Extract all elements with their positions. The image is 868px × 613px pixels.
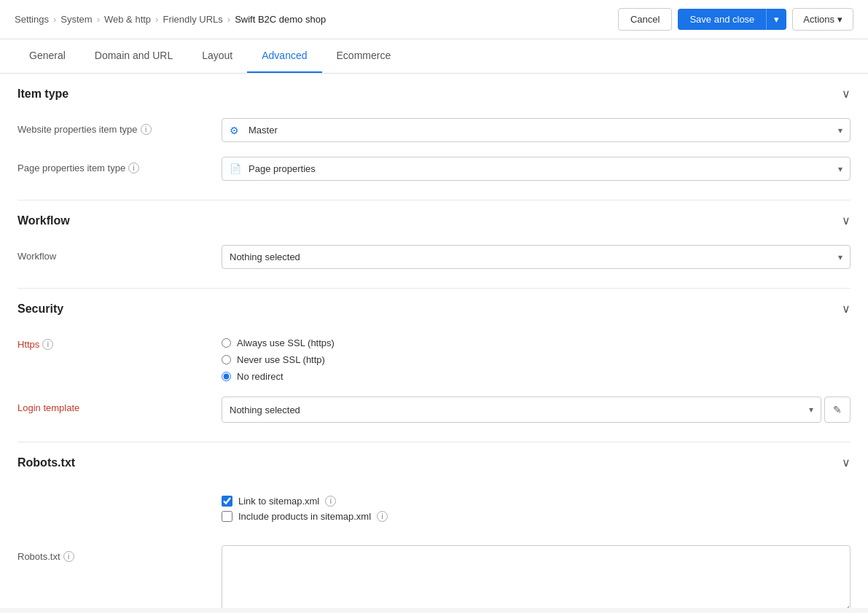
- robots-checkboxes-spacer: [17, 487, 207, 493]
- checkboxes-group: Link to sitemap.xml i Include products i…: [222, 487, 851, 531]
- robots-textarea-label: Robots.txt i: [17, 545, 207, 562]
- workflow-label: Workflow: [17, 245, 207, 262]
- tab-advanced[interactable]: Advanced: [247, 39, 321, 73]
- https-radio-group: Always use SSL (https) Never use SSL (ht…: [222, 333, 851, 382]
- breadcrumb-system[interactable]: System: [60, 14, 92, 25]
- robots-textarea-info-icon[interactable]: i: [63, 551, 74, 562]
- breadcrumb-friendly-urls[interactable]: Friendly URLs: [163, 14, 222, 25]
- radio-no-redirect-input[interactable]: [222, 372, 231, 381]
- actions-button[interactable]: Actions ▾: [792, 8, 853, 31]
- radio-always-ssl[interactable]: Always use SSL (https): [222, 337, 851, 348]
- form-row-page-props: Page properties item type i 📄 Page prope…: [17, 149, 851, 188]
- link-sitemap-info-icon[interactable]: i: [325, 496, 336, 507]
- breadcrumb-web-http[interactable]: Web & http: [104, 14, 151, 25]
- radio-never-ssl-input[interactable]: [222, 355, 231, 364]
- website-props-info-icon[interactable]: i: [141, 124, 152, 135]
- robots-textarea-control: disallow: *: [222, 545, 851, 608]
- page-props-select[interactable]: Page properties: [222, 157, 850, 180]
- edit-icon: ✎: [833, 404, 842, 415]
- login-template-edit-button[interactable]: ✎: [824, 397, 851, 423]
- radio-always-ssl-input[interactable]: [222, 338, 231, 348]
- radio-no-redirect[interactable]: No redirect: [222, 371, 851, 382]
- form-row-workflow: Workflow Nothing selected ▾: [17, 238, 851, 276]
- breadcrumb-sep-3: ›: [155, 14, 158, 25]
- section-workflow: Workflow ∨ Workflow Nothing selected ▾: [17, 200, 851, 289]
- section-workflow-body: Workflow Nothing selected ▾: [17, 238, 851, 288]
- cancel-button[interactable]: Cancel: [618, 8, 672, 31]
- website-props-label: Website properties item type i: [17, 118, 207, 135]
- form-row-robots-checkboxes: Link to sitemap.xml i Include products i…: [17, 480, 851, 538]
- radio-never-ssl-label: Never use SSL (http): [237, 354, 325, 365]
- workflow-control: Nothing selected ▾: [222, 245, 851, 269]
- radio-never-ssl[interactable]: Never use SSL (http): [222, 354, 851, 365]
- robots-textarea[interactable]: [222, 545, 851, 608]
- include-products-info-icon[interactable]: i: [377, 511, 388, 522]
- save-close-button-group: Save and close ▾: [678, 9, 786, 30]
- breadcrumb-sep-1: ›: [53, 14, 56, 25]
- login-template-select-wrapper: Nothing selected ▾: [222, 397, 821, 423]
- save-close-button[interactable]: Save and close: [678, 9, 766, 30]
- tab-domain-url[interactable]: Domain and URL: [80, 39, 187, 73]
- section-security: Security ∨ Https i Always use SSL (https…: [17, 289, 851, 442]
- section-robots: Robots.txt ∨ Link to sitemap.xml i: [17, 442, 851, 608]
- section-item-type: Item type ∨ Website properties item type…: [17, 74, 851, 200]
- login-template-select[interactable]: Nothing selected: [222, 399, 821, 421]
- section-workflow-header[interactable]: Workflow ∨: [17, 200, 851, 238]
- section-robots-chevron-icon: ∨: [842, 456, 851, 469]
- breadcrumb-sep-2: ›: [97, 14, 100, 25]
- breadcrumb-current: Swift B2C demo shop: [235, 14, 326, 25]
- website-props-select-wrapper: ⚙ Master ▾: [222, 118, 851, 142]
- form-row-login-template: Login template Nothing selected ▾ ✎: [17, 389, 851, 430]
- page-props-select-wrapper: 📄 Page properties ▾: [222, 157, 851, 181]
- robots-checkboxes-control: Link to sitemap.xml i Include products i…: [222, 487, 851, 531]
- section-item-type-header[interactable]: Item type ∨: [17, 74, 851, 111]
- login-template-control: Nothing selected ▾ ✎: [222, 397, 851, 423]
- section-robots-body: Link to sitemap.xml i Include products i…: [17, 480, 851, 608]
- section-item-type-chevron-icon: ∨: [842, 87, 851, 101]
- https-label: Https i: [17, 333, 207, 350]
- section-security-chevron-icon: ∨: [842, 302, 851, 316]
- section-item-type-body: Website properties item type i ⚙ Master …: [17, 111, 851, 200]
- header: Settings › System › Web & http › Friendl…: [0, 0, 868, 39]
- section-security-header[interactable]: Security ∨: [17, 289, 851, 326]
- checkbox-link-sitemap[interactable]: Link to sitemap.xml i: [222, 496, 851, 507]
- page-props-info-icon[interactable]: i: [128, 163, 139, 173]
- checkbox-link-sitemap-input[interactable]: [222, 496, 232, 507]
- page-props-control: 📄 Page properties ▾: [222, 157, 851, 181]
- header-actions: Cancel Save and close ▾ Actions ▾: [618, 8, 853, 31]
- radio-always-ssl-label: Always use SSL (https): [237, 337, 335, 348]
- form-row-robots-textarea: Robots.txt i disallow: *: [17, 538, 851, 608]
- main-content: Item type ∨ Website properties item type…: [0, 74, 868, 608]
- section-workflow-chevron-icon: ∨: [842, 214, 851, 227]
- radio-no-redirect-label: No redirect: [237, 371, 284, 382]
- section-robots-header[interactable]: Robots.txt ∨: [17, 442, 851, 480]
- breadcrumb-settings[interactable]: Settings: [15, 14, 49, 25]
- checkbox-include-products-input[interactable]: [222, 511, 232, 522]
- actions-chevron-icon: ▾: [837, 14, 842, 25]
- form-row-https: Https i Always use SSL (https) Never use…: [17, 326, 851, 389]
- section-item-type-title: Item type: [17, 87, 69, 101]
- form-row-website-props: Website properties item type i ⚙ Master …: [17, 111, 851, 149]
- save-close-dropdown-arrow[interactable]: ▾: [766, 9, 786, 30]
- checkbox-include-products[interactable]: Include products in sitemap.xml i: [222, 511, 851, 522]
- checkbox-include-products-label: Include products in sitemap.xml: [238, 511, 371, 522]
- login-template-select-group: Nothing selected ▾ ✎: [222, 397, 851, 423]
- https-control: Always use SSL (https) Never use SSL (ht…: [222, 333, 851, 382]
- tab-layout[interactable]: Layout: [187, 39, 247, 73]
- workflow-select[interactable]: Nothing selected: [222, 246, 850, 268]
- breadcrumb-sep-4: ›: [227, 14, 230, 25]
- page-props-label: Page properties item type i: [17, 157, 207, 173]
- https-info-icon[interactable]: i: [42, 339, 53, 350]
- tab-general[interactable]: General: [15, 39, 80, 73]
- section-robots-title: Robots.txt: [17, 456, 75, 469]
- tab-ecommerce[interactable]: Ecommerce: [322, 39, 406, 73]
- section-security-title: Security: [17, 302, 63, 316]
- section-workflow-title: Workflow: [17, 214, 70, 227]
- login-template-label: Login template: [17, 397, 207, 413]
- checkbox-link-sitemap-label: Link to sitemap.xml: [238, 496, 319, 507]
- website-props-select[interactable]: Master: [222, 119, 850, 141]
- website-props-control: ⚙ Master ▾: [222, 118, 851, 142]
- breadcrumb: Settings › System › Web & http › Friendl…: [15, 14, 326, 25]
- section-security-body: Https i Always use SSL (https) Never use…: [17, 326, 851, 442]
- workflow-select-wrapper: Nothing selected ▾: [222, 245, 851, 269]
